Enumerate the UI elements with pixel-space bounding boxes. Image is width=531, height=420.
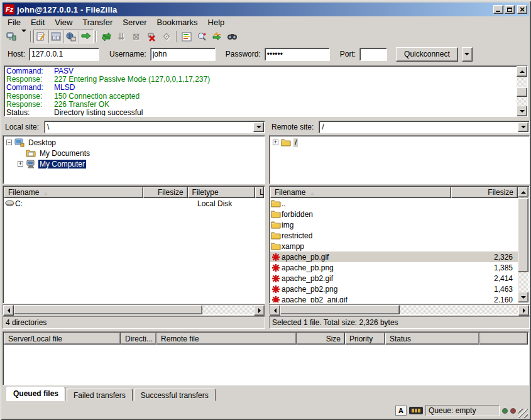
column-header-filesize[interactable]: Filesize [143,187,187,198]
local-file-list-body[interactable]: C:Local Disk [4,198,264,302]
menu-item-file[interactable]: File [3,16,26,28]
tab-queued-files[interactable]: Queued files [6,387,65,401]
scroll-right-button[interactable] [518,305,529,316]
column-header-remote-file[interactable]: Remote file [156,333,297,345]
site-manager-button[interactable] [4,30,19,43]
datatype-indicator-icon[interactable]: A [395,406,407,416]
remote-directory-tree[interactable]: +/ [269,135,530,184]
tree-item-my-documents[interactable]: +My Documents [4,148,264,158]
local-site-combobox[interactable]: \ [44,121,265,133]
column-header-server-local-file[interactable]: Server/Local file [4,333,121,345]
username-input[interactable] [150,48,216,61]
reconnect-button[interactable]: ⟐ [159,30,174,43]
local-directory-tree[interactable]: −Desktop+My Documents+My Computer [3,135,265,184]
column-header-filename[interactable]: Filename▵ [270,187,451,198]
image-file-icon [270,296,282,303]
menu-item-bookmarks[interactable]: Bookmarks [152,16,203,28]
toggle-remote-tree-button[interactable] [63,30,79,43]
find-files-button[interactable] [224,30,239,43]
scroll-thumb[interactable] [517,87,527,97]
remote-file-row[interactable]: xampp [270,241,518,251]
remote-file-row[interactable]: apache_pb.png1,385 [270,262,518,273]
username-label: Username: [109,50,146,58]
minimize-button[interactable] [493,5,503,14]
column-header-filetype[interactable]: Filetype [188,187,255,198]
expand-icon[interactable]: + [18,161,23,167]
toggle-local-tree-button[interactable] [48,30,63,43]
close-button[interactable]: ✕ [517,5,527,14]
menu-item-edit[interactable]: Edit [26,16,50,28]
site-manager-dropdown-button[interactable] [19,30,28,43]
synchronized-browsing-button[interactable] [194,30,209,43]
column-header-filesize[interactable]: Filesize [451,187,518,198]
column-header-l[interactable]: L [255,187,264,198]
scroll-up-button[interactable] [518,187,528,197]
speedlimit-indicator-icon[interactable] [409,407,423,414]
remote-vertical-scrollbar[interactable] [518,187,528,302]
tab-failed-transfers[interactable]: Failed transfers [67,389,133,401]
remote-file-row[interactable]: apache_pb2.png1,463 [270,284,518,294]
port-input[interactable] [359,48,387,61]
file-name: forbidden [282,210,458,219]
remote-file-row[interactable]: img [270,219,518,230]
remote-site-dropdown-button[interactable] [518,122,528,132]
cancel-operation-button[interactable]: ⊠ [129,30,144,43]
quickconnect-dropdown-button[interactable] [462,47,473,62]
column-header-size[interactable]: Size [297,333,345,345]
scroll-right-button[interactable] [254,305,265,316]
remote-site-combobox[interactable]: / [319,121,530,133]
remote-file-row[interactable]: apache_pb2_ani.gif2,160 [270,294,518,302]
scroll-up-button[interactable] [517,66,527,77]
host-input[interactable] [29,48,99,61]
scroll-down-button[interactable] [518,292,528,302]
menu-item-server[interactable]: Server [118,16,151,28]
column-header-status[interactable]: Status [385,333,479,345]
local-site-dropdown-button[interactable] [253,122,264,132]
remote-file-row[interactable]: forbidden [270,209,518,219]
log-line: Status:Directory listing successful [6,109,515,116]
tree-item-my-computer[interactable]: +My Computer [4,158,264,169]
collapse-icon[interactable]: − [6,140,12,145]
remote-file-list-body[interactable]: ..forbiddenimgrestrictedxamppapache_pb.g… [270,198,518,302]
scroll-thumb[interactable] [518,198,528,272]
scroll-left-button[interactable] [3,305,14,316]
file-size: 2,160 [458,296,518,303]
process-queue-button[interactable]: ⇊ [114,30,129,43]
remote-file-row[interactable]: apache_pb2.gif2,414 [270,273,518,284]
column-header-priority[interactable]: Priority [345,333,385,345]
quickconnect-button[interactable]: Quickconnect [396,47,458,62]
column-header-directi-[interactable]: Directi... [121,333,156,345]
remote-file-row[interactable]: .. [270,198,518,209]
scroll-left-button[interactable] [270,305,280,316]
local-file-row[interactable]: C:Local Disk [4,198,264,209]
local-horizontal-scrollbar[interactable] [3,304,265,315]
maximize-button[interactable] [505,5,515,14]
scroll-thumb[interactable] [280,305,400,314]
expand-icon[interactable]: + [273,140,278,145]
menu-item-view[interactable]: View [50,16,77,28]
remote-file-row[interactable]: restricted [270,230,518,241]
arrow-left-icon [8,308,10,313]
tab-successful-transfers[interactable]: Successful transfers [134,389,216,401]
scroll-down-button[interactable] [517,106,527,116]
directory-comparison-button[interactable] [179,30,194,43]
refresh-button[interactable] [99,30,114,43]
transfer-queue-body[interactable] [4,345,528,384]
toggle-message-log-button[interactable] [33,30,48,43]
remote-horizontal-scrollbar[interactable] [269,304,530,315]
scroll-thumb[interactable] [14,305,202,314]
tree-item-desktop[interactable]: −Desktop [4,137,264,148]
column-header-[interactable] [479,333,528,345]
resize-grip[interactable] [518,409,528,418]
remote-file-row[interactable]: apache_pb.gif2,326 [270,251,518,262]
password-input[interactable] [265,48,330,61]
disconnect-button[interactable] [144,30,159,43]
tree-item--[interactable]: +/ [270,137,528,148]
menu-item-transfer[interactable]: Transfer [77,16,118,28]
column-header-filename[interactable]: Filename▵ [4,187,143,198]
directory-listing-filters-button[interactable] [209,30,224,43]
toggle-transfer-queue-button[interactable] [79,30,94,43]
image-file-icon [270,263,282,272]
log-vertical-scrollbar[interactable] [517,66,527,116]
menu-item-help[interactable]: Help [203,16,230,28]
